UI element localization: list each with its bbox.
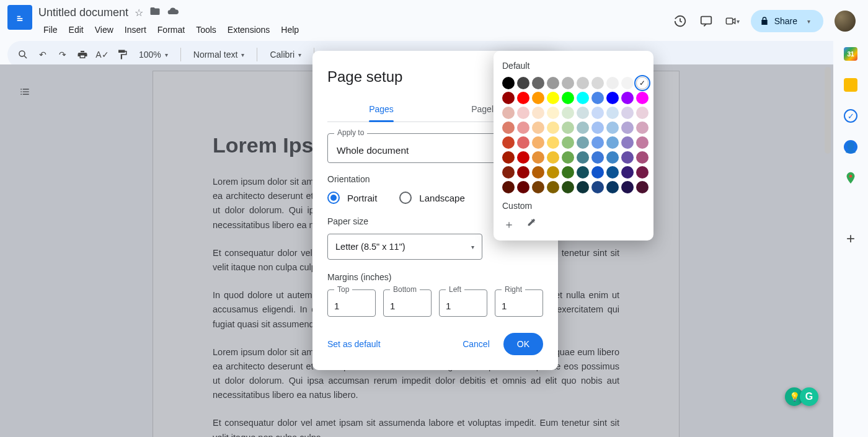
contacts-icon[interactable]: 👤 xyxy=(844,140,857,154)
color-swatch[interactable] xyxy=(606,92,619,104)
color-swatch[interactable] xyxy=(502,92,515,104)
color-swatch[interactable] xyxy=(547,181,559,193)
color-swatch[interactable] xyxy=(502,77,515,89)
color-swatch[interactable] xyxy=(621,77,634,89)
star-icon[interactable]: ☆ xyxy=(135,7,143,19)
menu-help[interactable]: Help xyxy=(276,22,304,37)
paper-size-select[interactable]: Letter (8.5" x 11") ▾ xyxy=(327,234,482,260)
color-swatch[interactable] xyxy=(547,151,559,164)
color-swatch[interactable] xyxy=(502,151,515,164)
color-swatch[interactable] xyxy=(621,107,634,119)
color-swatch[interactable] xyxy=(547,92,559,104)
color-swatch[interactable] xyxy=(591,121,604,134)
radio-landscape[interactable]: Landscape xyxy=(399,192,464,204)
color-swatch[interactable] xyxy=(621,136,634,149)
search-icon[interactable] xyxy=(16,46,30,63)
color-swatch[interactable] xyxy=(547,166,559,179)
color-swatch[interactable] xyxy=(562,166,574,179)
color-swatch[interactable] xyxy=(577,92,589,104)
color-swatch[interactable] xyxy=(621,121,634,134)
color-swatch[interactable] xyxy=(532,181,544,193)
color-swatch[interactable] xyxy=(517,136,529,149)
color-swatch[interactable] xyxy=(532,121,544,134)
color-swatch[interactable] xyxy=(502,136,515,149)
tasks-icon[interactable]: ✓ xyxy=(844,109,857,123)
color-swatch[interactable] xyxy=(517,92,529,104)
color-swatch[interactable] xyxy=(621,92,634,104)
menu-view[interactable]: View xyxy=(90,22,118,37)
menu-file[interactable]: File xyxy=(38,22,63,37)
eyedropper-icon[interactable] xyxy=(525,217,538,231)
color-swatch[interactable] xyxy=(532,151,544,164)
color-swatch[interactable] xyxy=(636,107,649,119)
color-swatch[interactable] xyxy=(636,92,649,104)
color-swatch[interactable] xyxy=(577,121,589,134)
color-swatch[interactable] xyxy=(502,181,515,193)
color-swatch[interactable] xyxy=(621,181,634,193)
color-swatch[interactable] xyxy=(547,107,559,119)
color-swatch[interactable] xyxy=(532,77,544,89)
add-custom-color-button[interactable]: ＋ xyxy=(502,217,516,231)
color-swatch[interactable] xyxy=(562,121,574,134)
color-swatch[interactable] xyxy=(606,166,619,179)
color-swatch[interactable] xyxy=(562,151,574,164)
spellcheck-icon[interactable]: A✓ xyxy=(95,46,109,63)
cancel-button[interactable]: Cancel xyxy=(463,339,490,349)
color-swatch[interactable] xyxy=(532,107,544,119)
paint-format-icon[interactable] xyxy=(115,46,129,63)
color-swatch[interactable] xyxy=(517,151,529,164)
cloud-status-icon[interactable] xyxy=(167,5,179,20)
color-swatch[interactable] xyxy=(591,136,604,149)
keep-icon[interactable] xyxy=(844,78,857,92)
color-swatch[interactable] xyxy=(606,107,619,119)
color-swatch[interactable] xyxy=(591,166,604,179)
zoom-select[interactable]: 100%▾ xyxy=(135,50,172,60)
meet-icon[interactable]: ▾ xyxy=(725,14,740,29)
color-swatch[interactable] xyxy=(547,121,559,134)
ok-button[interactable]: OK xyxy=(503,333,543,355)
font-select[interactable]: Calibri▾ xyxy=(266,50,305,60)
color-swatch[interactable] xyxy=(591,107,604,119)
color-swatch[interactable] xyxy=(577,136,589,149)
add-addon-icon[interactable]: + xyxy=(844,232,857,245)
color-swatch[interactable] xyxy=(532,92,544,104)
margin-right-input[interactable] xyxy=(502,301,536,311)
color-swatch[interactable] xyxy=(547,77,559,89)
undo-icon[interactable]: ↶ xyxy=(36,46,50,63)
color-swatch[interactable] xyxy=(591,181,604,193)
color-swatch[interactable] xyxy=(502,166,515,179)
color-swatch[interactable] xyxy=(547,136,559,149)
color-swatch[interactable] xyxy=(621,166,634,179)
color-swatch[interactable] xyxy=(562,136,574,149)
style-select[interactable]: Normal text▾ xyxy=(190,50,249,60)
margin-right-field[interactable]: Right xyxy=(495,289,543,317)
print-icon[interactable] xyxy=(76,46,89,63)
color-swatch[interactable] xyxy=(606,151,619,164)
margin-top-input[interactable] xyxy=(334,301,369,311)
color-swatch[interactable] xyxy=(591,92,604,104)
radio-portrait[interactable]: Portrait xyxy=(327,192,377,204)
menu-tools[interactable]: Tools xyxy=(191,22,221,37)
menu-format[interactable]: Format xyxy=(153,22,190,37)
color-swatch[interactable] xyxy=(636,151,649,164)
color-swatch[interactable] xyxy=(517,181,529,193)
margin-bottom-field[interactable]: Bottom xyxy=(383,289,432,317)
color-swatch[interactable] xyxy=(562,77,574,89)
color-swatch[interactable] xyxy=(591,77,604,89)
color-swatch[interactable] xyxy=(636,121,649,134)
document-title[interactable]: Untitled document xyxy=(38,6,128,19)
color-swatch[interactable] xyxy=(606,136,619,149)
color-swatch[interactable] xyxy=(577,166,589,179)
color-swatch[interactable] xyxy=(636,77,649,89)
margin-top-field[interactable]: Top xyxy=(327,289,376,317)
color-swatch[interactable] xyxy=(636,181,649,193)
docs-logo-icon[interactable] xyxy=(7,5,32,30)
redo-icon[interactable]: ↷ xyxy=(56,46,69,63)
color-swatch[interactable] xyxy=(606,181,619,193)
color-swatch[interactable] xyxy=(562,181,574,193)
menu-edit[interactable]: Edit xyxy=(64,22,89,37)
color-swatch[interactable] xyxy=(591,151,604,164)
color-swatch[interactable] xyxy=(562,107,574,119)
margin-left-input[interactable] xyxy=(446,301,480,311)
color-swatch[interactable] xyxy=(502,121,515,134)
